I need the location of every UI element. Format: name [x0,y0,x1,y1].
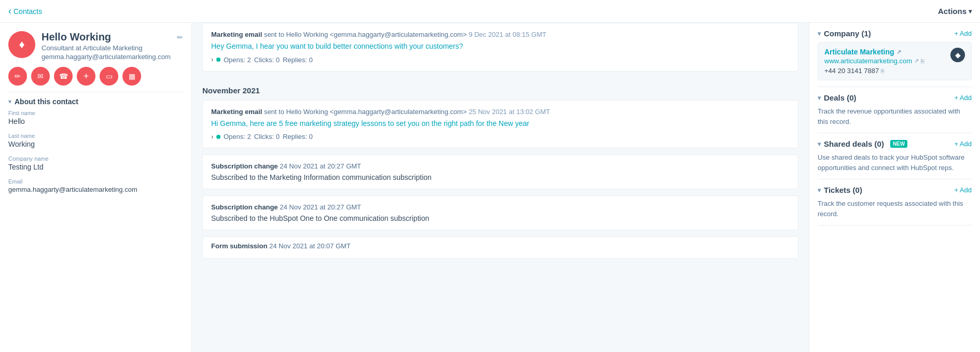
about-contact-section-header[interactable]: ▾ About this contact [8,92,183,110]
green-dot-dec [216,58,220,62]
deals-description: Track the revenue opportunities associat… [818,106,972,126]
calendar-action-btn[interactable]: ▦ [122,67,141,86]
sub-header-1: Subscription change 24 Nov 2021 at 20:27… [211,162,790,170]
copy-phone-icon[interactable]: ⎘ [881,68,885,74]
actions-button[interactable]: Actions [938,7,972,16]
activity-link-dec[interactable]: Hey Gemma, I hear you want to build bett… [211,41,790,52]
about-chevron-icon: ▾ [8,98,11,105]
opens-label-dec: Opens: 2 [224,56,251,64]
last-name-label: Last name [8,133,183,139]
main-layout: ♦ Hello Working Consultant at Articulate… [0,23,980,352]
middle-panel: Marketing email sent to Hello Working <g… [192,23,809,352]
replies-label-dec: Replies: 0 [283,56,313,64]
sub-text-2: Subscribed to the HubSpot One to One com… [211,214,790,222]
deals-chevron-icon[interactable]: ▾ [818,94,821,102]
new-badge: NEW [890,140,907,148]
activity-meta-nov: › Opens: 2 Clicks: 0 Replies: 0 [211,133,790,140]
add-action-btn[interactable]: + [77,67,95,86]
form-type: Form submission [211,242,267,250]
about-section-title: About this contact [15,97,78,106]
company-name-label: Company name [8,156,183,162]
last-name-value: Working [8,140,183,148]
green-dot-nov [216,135,220,139]
activity-card-nov: Marketing email sent to Hello Working <g… [202,100,798,149]
expand-arrow-nov[interactable]: › [211,133,213,140]
action-icons-row: ✏ ✉ ☎ + ▭ ▦ [8,67,183,86]
email-field: Email gemma.haggarty@articulatemarketing… [8,178,183,193]
activity-type-dec: Marketing email [211,31,262,38]
top-bar: Contacts Actions [0,0,980,23]
company-name-link[interactable]: Articulate Marketing ↗ [824,48,950,56]
activity-meta-dec: › Opens: 2 Clicks: 0 Replies: 0 [211,56,790,64]
contact-role: Consultant at Articulate Marketing [42,44,171,52]
shared-deals-chevron-icon[interactable]: ▾ [818,140,821,148]
copy-website-icon[interactable]: ⎘ [921,58,924,64]
sub-type-2: Subscription change [211,203,278,211]
subscription-card-2: Subscription change 24 Nov 2021 at 20:27… [202,195,798,230]
contact-header: ♦ Hello Working Consultant at Articulate… [8,31,183,61]
shared-deals-section-title: ▾ Shared deals (0) NEW [818,139,907,148]
activity-link-nov[interactable]: Hi Gemma, here are 5 free marketing stra… [211,119,790,129]
shared-deals-section-header: ▾ Shared deals (0) NEW + Add [818,139,972,148]
first-name-value: Hello ⎘ [8,117,183,125]
edit-contact-icon[interactable]: ✏ [177,33,183,41]
shared-deals-add-btn[interactable]: + Add [954,140,972,148]
contact-name: Hello Working [42,31,171,43]
avatar-icon: ♦ [19,38,24,51]
november-label: November 2021 [202,78,798,100]
activity-type-nov: Marketing email [211,108,262,116]
activity-desc-dec: sent to Hello Working <gemma.haggarty@ar… [264,31,467,38]
deals-section: ▾ Deals (0) + Add Track the revenue oppo… [818,93,972,133]
replies-label-nov: Replies: 0 [283,133,313,140]
sub-time-1: 24 Nov 2021 at 20:27 GMT [280,162,361,170]
company-section: ▾ Company (1) + Add Articulate Marketing… [818,29,972,87]
email-action-btn[interactable]: ✉ [31,67,50,86]
chat-action-btn[interactable]: ▭ [100,67,118,86]
form-sub-header: Form submission 24 Nov 2021 at 20:07 GMT [211,242,790,250]
edit-action-btn[interactable]: ✏ [8,67,27,86]
sub-time-2: 24 Nov 2021 at 20:27 GMT [280,203,361,211]
deals-section-title: ▾ Deals (0) [818,93,857,102]
website-external-icon[interactable]: ↗ [914,58,919,64]
opens-label-nov: Opens: 2 [224,133,251,140]
company-add-btn[interactable]: + Add [954,30,972,37]
tickets-section-title: ▾ Tickets (0) [818,186,862,194]
deals-add-btn[interactable]: + Add [954,94,972,102]
email-value: gemma.haggarty@articulatemarketing.com [8,186,183,193]
sub-type-1: Subscription change [211,162,278,170]
tickets-add-btn[interactable]: + Add [954,186,972,194]
company-section-title: ▾ Company (1) [818,29,871,38]
company-section-header: ▾ Company (1) + Add [818,29,972,38]
activity-time-dec: 9 Dec 2021 at 08:15 GMT [468,31,546,38]
company-logo-icon: ◆ [955,51,961,59]
activity-time-nov: 25 Nov 2021 at 13:02 GMT [468,108,550,116]
activity-card-dec: Marketing email sent to Hello Working <g… [202,23,798,72]
shared-deals-section: ▾ Shared deals (0) NEW + Add Use shared … [818,139,972,179]
activity-desc-nov: sent to Hello Working <gemma.haggarty@ar… [264,108,467,116]
contact-email-display: gemma.haggarty@articulatemarketing.com [42,53,171,61]
avatar: ♦ [8,31,35,58]
contact-info: Hello Working Consultant at Articulate M… [42,31,171,61]
activity-header-nov: Marketing email sent to Hello Working <g… [211,108,790,116]
form-submission-card: Form submission 24 Nov 2021 at 20:07 GMT [202,236,798,259]
right-panel: ▾ Company (1) + Add Articulate Marketing… [809,23,980,352]
expand-arrow-dec[interactable]: › [211,56,213,63]
company-logo: ◆ [950,48,965,62]
deals-section-header: ▾ Deals (0) + Add [818,93,972,102]
external-link-icon[interactable]: ↗ [896,49,901,55]
last-name-field: Last name Working [8,133,183,148]
shared-deals-description: Use shared deals to track your HubSpot s… [818,152,972,173]
company-website-link[interactable]: www.articulatemarketing.com ↗ ⎘ [824,57,950,65]
company-chevron-icon[interactable]: ▾ [818,30,821,37]
company-name-field: Company name Testing Ltd [8,156,183,171]
phone-action-btn[interactable]: ☎ [54,67,73,86]
tickets-chevron-icon[interactable]: ▾ [818,187,821,194]
back-to-contacts[interactable]: Contacts [8,6,42,17]
tickets-section: ▾ Tickets (0) + Add Track the customer r… [818,186,972,226]
company-name-value: Testing Ltd [8,163,183,171]
company-card-left: Articulate Marketing ↗ www.articulatemar… [824,48,950,75]
company-card: Articulate Marketing ↗ www.articulatemar… [818,42,972,80]
tickets-description: Track the customer requests associated w… [818,199,972,219]
clicks-label-dec: Clicks: 0 [254,56,280,64]
first-name-field: First name Hello ⎘ [8,110,183,125]
